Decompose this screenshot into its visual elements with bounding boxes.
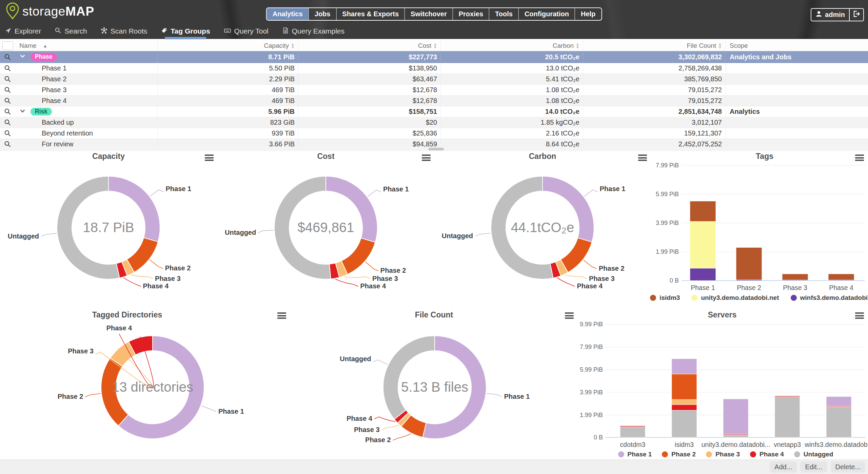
search-icon — [55, 27, 61, 36]
column-header-scope[interactable]: Scope — [726, 41, 868, 51]
logout-button[interactable] — [850, 8, 864, 21]
row-search-icon[interactable] — [0, 128, 15, 139]
bar-segment-unity3-demo-datadobi-phase-1[interactable] — [723, 399, 748, 434]
tab-shares-exports[interactable]: Shares & Exports — [336, 8, 405, 20]
bar-segment-phase-1-isidm3[interactable] — [690, 201, 716, 222]
row-search-icon[interactable] — [0, 117, 15, 128]
row-name-cell: Phase — [15, 51, 158, 63]
column-header-label: Scope — [730, 42, 748, 49]
subnav-item-query-tool[interactable]: Query Tool — [224, 26, 269, 37]
bar-segment-phase-1-winfs3-demo-datadobi-net[interactable] — [690, 268, 716, 281]
bar-segment-cdotdm3-untagged[interactable] — [620, 427, 645, 437]
table-row-phase-4[interactable]: Phase 4469 TiB$12,6781.08 tCO₂e79,015,27… — [0, 96, 868, 106]
subnav-item-explorer[interactable]: Explorer — [5, 26, 41, 37]
filter-box[interactable] — [2, 41, 13, 50]
row-search-icon[interactable] — [0, 74, 15, 84]
tab-switchover[interactable]: Switchover — [405, 8, 453, 20]
legend-item-isidm3[interactable]: isidm3 — [650, 294, 680, 302]
admin-user-button[interactable]: admin — [811, 8, 850, 21]
tag-table-body: Phase8.71 PiB$227,77320.5 tCO₂e3,302,069… — [0, 51, 868, 150]
bar-segment-isidm3-phase-2[interactable] — [672, 374, 697, 399]
subnav-item-search[interactable]: Search — [55, 26, 87, 37]
tab-jobs[interactable]: Jobs — [309, 8, 336, 20]
legend-item-untagged[interactable]: Untagged — [794, 451, 833, 458]
tab-analytics[interactable]: Analytics — [267, 8, 309, 20]
row-scope-value: Analytics and Jobs — [726, 51, 868, 63]
x-category-label-phase-3: Phase 3 — [783, 284, 807, 291]
legend-dot — [691, 295, 697, 301]
table-row-beyond-retention[interactable]: Beyond retention939 TiB$25,8362.16 tCO₂e… — [0, 128, 868, 139]
legend-item-phase-4[interactable]: Phase 4 — [750, 451, 784, 458]
delete-button[interactable]: Delete... — [831, 461, 865, 473]
tab-configuration[interactable]: Configuration — [518, 8, 575, 20]
edit-button[interactable]: Edit... — [800, 461, 827, 473]
tagged-directories-chart-menu-icon[interactable] — [277, 312, 286, 319]
tab-proxies[interactable]: Proxies — [453, 8, 489, 20]
cell-value: 3,012,107 — [692, 119, 722, 126]
donut-slice-untagged[interactable] — [383, 336, 435, 419]
bar-segment-isidm3-phase-3[interactable] — [672, 399, 697, 405]
donut-slice-phase-2[interactable] — [341, 238, 375, 274]
bar-segment-phase-2-isidm3[interactable] — [736, 247, 762, 280]
column-header-carbon[interactable]: Carbon▲▼ — [441, 41, 583, 51]
slice-label-phase-4: Phase 4 — [360, 282, 386, 290]
slice-label-phase-2: Phase 2 — [58, 393, 83, 400]
table-row-risk[interactable]: Risk5.96 PiB$158,75114.0 tCO₂e2,851,634,… — [0, 106, 868, 117]
row-name-cell: Phase 3 — [15, 85, 158, 95]
table-row-phase[interactable]: Phase8.71 PiB$227,77320.5 tCO₂e3,302,069… — [0, 51, 868, 63]
legend-item-phase-3[interactable]: Phase 3 — [706, 451, 740, 458]
column-header-name[interactable]: Name▲ — [15, 41, 158, 51]
user-area: admin — [811, 8, 864, 21]
column-header-file-count[interactable]: File Count▲▼ — [583, 41, 726, 51]
row-cost-value: $12,678 — [298, 96, 441, 106]
table-row-backed-up[interactable]: Backed up823 GiB$201.85 kgCO₂e3,012,107 — [0, 117, 868, 128]
row-fc-value: 2,851,634,748 — [583, 106, 726, 117]
legend-item-phase-1[interactable]: Phase 1 — [618, 451, 652, 458]
subnav-item-query-examples[interactable]: Query Examples — [282, 26, 344, 37]
row-cost-value: $12,678 — [298, 85, 441, 95]
bar-segment-unity3-demo-datadobi-untagged[interactable] — [723, 435, 748, 437]
row-search-icon[interactable] — [0, 63, 15, 74]
cell-value: 2.29 PiB — [269, 75, 295, 83]
tags-bar-chart: 0 B1.99 PiB3.99 PiB5.99 PiB7.99 PiBPhase… — [661, 154, 868, 294]
bar-segment-isidm3-untagged[interactable] — [672, 410, 697, 437]
table-row-phase-3[interactable]: Phase 3469 TiB$12,6781.08 tCO₂e79,015,27… — [0, 85, 868, 96]
row-search-icon[interactable] — [0, 51, 15, 63]
file-count-chart-menu-icon[interactable] — [565, 312, 574, 319]
row-search-icon[interactable] — [0, 85, 15, 95]
row-search-icon[interactable] — [0, 96, 15, 106]
table-row-phase-1[interactable]: Phase 15.50 PiB$138,95013.0 tCO₂e2,758,2… — [0, 63, 868, 74]
bar-segment-phase-4-isidm3[interactable] — [828, 274, 854, 280]
cell-value: 823 GiB — [270, 119, 295, 126]
column-header-cost[interactable]: Cost▲▼ — [298, 41, 441, 51]
bar-segment-isidm3-phase-1[interactable] — [672, 359, 697, 374]
bar-segment-vnetapp3-untagged[interactable] — [775, 397, 800, 437]
tab-tools[interactable]: Tools — [489, 8, 518, 20]
subnav-item-scan-roots[interactable]: Scan Roots — [101, 26, 147, 37]
chevron-down-icon[interactable] — [19, 108, 26, 116]
slice-label-phase-4: Phase 4 — [106, 324, 132, 332]
table-row-phase-2[interactable]: Phase 22.29 PiB$63,4675.41 tCO₂e385,769,… — [0, 74, 868, 85]
legend-item-phase-2[interactable]: Phase 2 — [662, 451, 696, 458]
bar-segment-winfs3-demo-datadob-untagged[interactable] — [826, 407, 851, 437]
add-button[interactable]: Add... — [770, 461, 797, 473]
column-header-label: Capacity — [264, 42, 289, 49]
cell-value: $25,836 — [413, 129, 437, 137]
bar-segment-cdotdm3-phase-4[interactable] — [620, 426, 645, 427]
row-cap-value: 469 TiB — [158, 85, 298, 95]
row-search-icon[interactable] — [0, 106, 15, 117]
legend-item-unity3-demo-datadobi-net[interactable]: unity3.demo.datadobi.net — [691, 294, 779, 302]
slice-label-phase-3: Phase 3 — [354, 426, 380, 433]
cell-value: 8.71 PiB — [268, 53, 295, 61]
chevron-down-icon[interactable] — [19, 53, 26, 61]
bar-segment-vnetapp3-phase-4[interactable] — [775, 396, 800, 396]
bar-segment-phase-1-unity3-demo-datadobi-net[interactable] — [690, 221, 716, 268]
column-header-capacity[interactable]: Capacity▲▼ — [158, 41, 298, 51]
subnav-item-tag-groups[interactable]: Tag Groups — [161, 26, 210, 37]
bar-segment-isidm3-phase-4[interactable] — [672, 405, 697, 410]
bar-segment-winfs3-demo-datadob-phase-1[interactable] — [826, 396, 851, 406]
legend-item-winfs3-demo-datadobi-net[interactable]: winfs3.demo.datadobi.net — [791, 294, 868, 302]
bar-segment-phase-3-isidm3[interactable] — [782, 274, 808, 280]
row-carb-value: 1.08 tCO₂e — [441, 96, 583, 106]
tab-help[interactable]: Help — [575, 8, 601, 20]
